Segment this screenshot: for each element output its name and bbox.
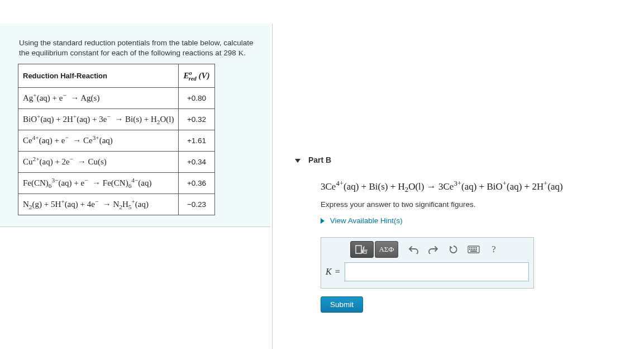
reaction-cell: Fe(CN)63−(aq) + e− → Fe(CN)64−(aq) bbox=[18, 173, 179, 194]
svg-rect-11 bbox=[471, 249, 472, 250]
greek-symbols-button[interactable]: ΑΣФ bbox=[375, 241, 398, 258]
prompt-text: Using the standard reduction potentials … bbox=[0, 23, 270, 64]
table-header-potential: Eored (V) bbox=[179, 64, 214, 88]
svg-rect-0 bbox=[356, 246, 361, 253]
svg-rect-14 bbox=[476, 249, 477, 250]
expand-caret-icon bbox=[321, 218, 325, 224]
reduction-potential-table: Reduction Half-Reaction Eored (V) Ag+(aq… bbox=[18, 64, 215, 215]
answer-panel: Part B 3Ce4+(aq) + Bi(s) + H2O(l) → 3Ce3… bbox=[295, 155, 630, 313]
equation-toolbar: x ΑΣФ bbox=[346, 238, 533, 261]
potential-cell: +0.34 bbox=[179, 152, 214, 173]
reaction-cell: Cu2+(aq) + 2e− → Cu(s) bbox=[18, 152, 179, 173]
table-row: BiO+(aq) + 2H+(aq) + 3e− → Bi(s) + H2O(l… bbox=[18, 109, 215, 130]
svg-rect-6 bbox=[471, 247, 472, 248]
redo-button[interactable] bbox=[424, 241, 443, 258]
reaction-cell: Ag+(aq) + e− → Ag(s) bbox=[18, 88, 179, 109]
table-row: Cu2+(aq) + 2e− → Cu(s) +0.34 bbox=[18, 152, 215, 173]
part-label: Part B bbox=[308, 155, 331, 164]
view-hints-link[interactable]: View Available Hint(s) bbox=[321, 216, 403, 225]
equals-sign: = bbox=[335, 267, 340, 277]
instruction-text: Express your answer to two significant f… bbox=[321, 200, 630, 209]
vertical-separator bbox=[272, 23, 273, 349]
potential-cell: +0.32 bbox=[179, 109, 214, 130]
undo-button[interactable] bbox=[404, 241, 423, 258]
svg-rect-12 bbox=[473, 249, 474, 250]
help-button[interactable]: ? bbox=[484, 241, 503, 258]
svg-rect-3 bbox=[364, 251, 366, 253]
potential-cell: +0.36 bbox=[179, 173, 214, 194]
potential-cell: +1.61 bbox=[179, 130, 214, 152]
svg-rect-5 bbox=[469, 247, 470, 248]
answer-variable-label: K bbox=[326, 267, 332, 277]
reaction-cell: BiO+(aq) + 2H+(aq) + 3e− → Bi(s) + H2O(l… bbox=[18, 109, 179, 130]
svg-rect-9 bbox=[476, 247, 477, 248]
answer-box: x ΑΣФ bbox=[321, 237, 534, 289]
collapse-caret-icon bbox=[295, 159, 300, 163]
svg-rect-8 bbox=[474, 247, 475, 248]
table-row: Fe(CN)63−(aq) + e− → Fe(CN)64−(aq) +0.36 bbox=[18, 173, 215, 194]
svg-rect-10 bbox=[469, 249, 470, 250]
svg-rect-15 bbox=[470, 251, 477, 252]
reaction-equation: 3Ce4+(aq) + Bi(s) + H2O(l) → 3Ce3+(aq) +… bbox=[321, 181, 630, 192]
svg-rect-7 bbox=[473, 247, 474, 248]
part-b-header[interactable]: Part B bbox=[295, 155, 630, 164]
potential-cell: −0.23 bbox=[179, 194, 214, 215]
table-row: Ag+(aq) + e− → Ag(s) +0.80 bbox=[18, 88, 215, 109]
submit-button[interactable]: Submit bbox=[321, 296, 363, 313]
reaction-cell: N2(g) + 5H+(aq) + 4e− → N2H5+(aq) bbox=[18, 194, 179, 215]
potential-cell: +0.80 bbox=[179, 88, 214, 109]
table-row: Ce4+(aq) + e− → Ce3+(aq) +1.61 bbox=[18, 130, 215, 152]
table-row: N2(g) + 5H+(aq) + 4e− → N2H5+(aq) −0.23 bbox=[18, 194, 215, 215]
reaction-cell: Ce4+(aq) + e− → Ce3+(aq) bbox=[18, 130, 179, 152]
reset-button[interactable] bbox=[444, 241, 463, 258]
question-panel: Using the standard reduction potentials … bbox=[0, 23, 270, 227]
templates-button[interactable]: x bbox=[350, 241, 374, 258]
table-header-reaction: Reduction Half-Reaction bbox=[18, 64, 179, 88]
svg-rect-13 bbox=[474, 249, 475, 250]
keyboard-button[interactable] bbox=[464, 241, 483, 258]
answer-input[interactable] bbox=[345, 262, 529, 281]
